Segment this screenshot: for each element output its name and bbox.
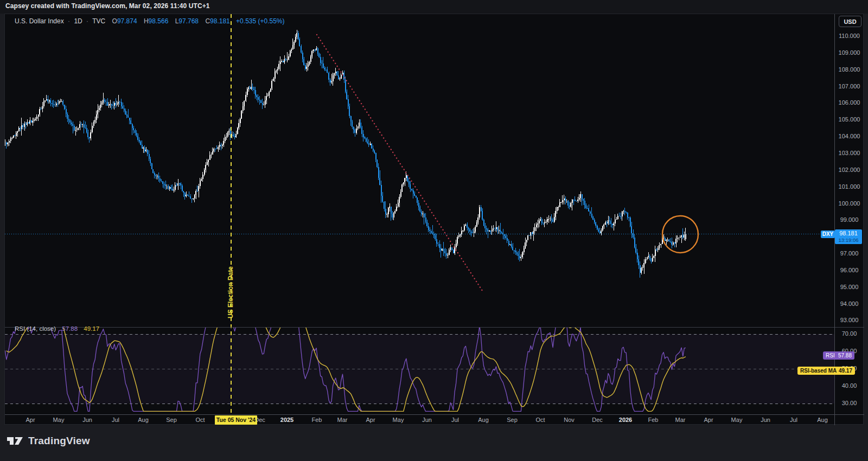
exchange-label: TVC: [92, 17, 105, 25]
low-value: 97.768: [178, 17, 199, 25]
time-axis-year-label: 2025: [280, 417, 293, 423]
symbol-legend: U.S. Dollar Index · 1D · TVC O97.874 H98…: [15, 17, 285, 25]
legend-separator: ·: [86, 17, 88, 25]
currency-toggle-button[interactable]: USD: [839, 16, 861, 27]
time-axis-month-label: Mar: [337, 417, 348, 423]
time-axis-month-label: Feb: [648, 417, 659, 423]
legend-separator: ·: [68, 17, 70, 25]
price-axis-label: 97.000: [834, 250, 864, 257]
rsi-ma-axis-badge: RSI-based MA 49.17: [797, 367, 855, 375]
high-label: H: [144, 17, 149, 25]
price-axis-label: 94.000: [834, 300, 864, 307]
current-price-value: 98.181: [835, 229, 862, 237]
rsi-ma-badge-label: RSI-based MA: [800, 367, 837, 375]
price-axis-label: 108.000: [834, 66, 864, 73]
bar-countdown: 13:19:06: [835, 237, 862, 243]
time-axis-month-label: Oct: [195, 417, 205, 423]
time-axis-month-label: Apr: [366, 417, 375, 423]
price-axis-label: 109.000: [834, 49, 864, 56]
price-axis-label: 95.000: [834, 284, 864, 290]
tradingview-logo-text: TradingView: [28, 435, 90, 447]
time-axis-month-label: Oct: [535, 417, 545, 423]
rsi-badge-label: RSI: [826, 351, 835, 360]
rsi-ma-current-value: 49.17: [84, 325, 99, 332]
time-axis-month-label: Sep: [166, 417, 177, 423]
price-axis-label: 103.000: [834, 150, 864, 156]
price-axis-label: 100.000: [834, 200, 864, 207]
time-axis-month-label: Jul: [112, 417, 119, 423]
rsi-title: RSI (14, close): [15, 325, 56, 332]
price-axis-label: 106.000: [834, 99, 864, 106]
price-axis-label: 107.000: [834, 83, 864, 89]
time-axis-month-label: Jul: [790, 417, 797, 423]
time-axis-month-label: May: [393, 417, 404, 423]
tradingview-logo[interactable]: TradingView: [7, 434, 90, 447]
price-axis-label: 102.000: [834, 167, 864, 173]
price-axis-label: 105.000: [834, 116, 864, 123]
price-axis-label: 101.000: [834, 183, 864, 190]
time-axis[interactable]: AprMayJunJulAugSepOctDec2025FebMarAprMay…: [5, 414, 864, 425]
price-axis-label: 93.000: [834, 317, 864, 323]
time-axis-month-label: Apr: [25, 417, 35, 423]
close-label: C: [205, 17, 210, 25]
time-axis-month-label: Nov: [564, 417, 575, 423]
time-axis-month-label: Jun: [422, 417, 432, 423]
time-axis-month-label: Mar: [675, 417, 686, 423]
price-axis-label: 104.000: [834, 133, 864, 139]
time-axis-year-label: 2026: [619, 417, 632, 423]
open-value: 97.874: [117, 17, 137, 25]
price-axis[interactable]: USD 110.000109.000108.000107.000106.0001…: [834, 14, 864, 425]
price-axis-label: 110.000: [834, 33, 864, 39]
time-axis-month-label: Aug: [138, 417, 149, 423]
price-line-symbol-badge: DXY: [821, 230, 835, 238]
tradingview-logo-icon: [7, 434, 24, 447]
time-axis-month-label: Aug: [817, 417, 828, 423]
time-axis-month-label: Apr: [704, 417, 713, 423]
symbol-name: U.S. Dollar Index: [15, 17, 64, 25]
export-title: Capsey created with TradingView.com, Mar…: [5, 2, 210, 10]
rsi-axis-label: 70.00: [834, 330, 864, 337]
price-axis-label: 99.000: [834, 216, 864, 223]
rsi-legend: RSI (14, close) 57.88 49.17: [15, 325, 99, 332]
time-axis-month-label: Sep: [507, 417, 518, 423]
rsi-axis-label: 30.00: [834, 400, 864, 406]
rsi-axis-badge: RSI 57.88: [823, 351, 854, 360]
time-axis-month-label: May: [53, 417, 65, 423]
time-axis-month-label: Feb: [312, 417, 322, 423]
export-header-bar: Capsey created with TradingView.com, Mar…: [0, 0, 868, 14]
footer-bar: TradingView: [0, 425, 868, 461]
timeframe-label[interactable]: 1D: [74, 17, 82, 25]
change-value: +0.535 (+0.55%): [236, 17, 284, 25]
high-value: 98.566: [149, 17, 169, 25]
current-price-axis-label: 98.181 13:19:06: [835, 229, 862, 244]
election-date-axis-label[interactable]: Tue 05 Nov '24: [215, 415, 257, 425]
time-axis-month-label: Aug: [478, 417, 489, 423]
price-axis-label: 96.000: [834, 267, 864, 273]
rsi-badge-value: 57.88: [838, 351, 852, 360]
time-axis-month-label: Jun: [761, 417, 770, 423]
election-date-vertical-label: US Election Date: [227, 266, 234, 318]
time-axis-month-label: Jul: [451, 417, 459, 423]
time-axis-month-label: Dec: [592, 417, 603, 423]
time-axis-month-label: Jun: [82, 417, 92, 423]
rsi-current-value: 57.88: [62, 325, 78, 332]
time-axis-month-label: May: [731, 417, 743, 423]
close-value: 98.181: [210, 17, 230, 25]
rsi-axis-label: 40.00: [834, 382, 864, 389]
chart-panel: U.S. Dollar Index · 1D · TVC O97.874 H98…: [4, 14, 864, 425]
chart-canvas[interactable]: [5, 14, 864, 425]
rsi-ma-badge-value: 49.17: [839, 367, 852, 375]
open-label: O: [112, 17, 117, 25]
